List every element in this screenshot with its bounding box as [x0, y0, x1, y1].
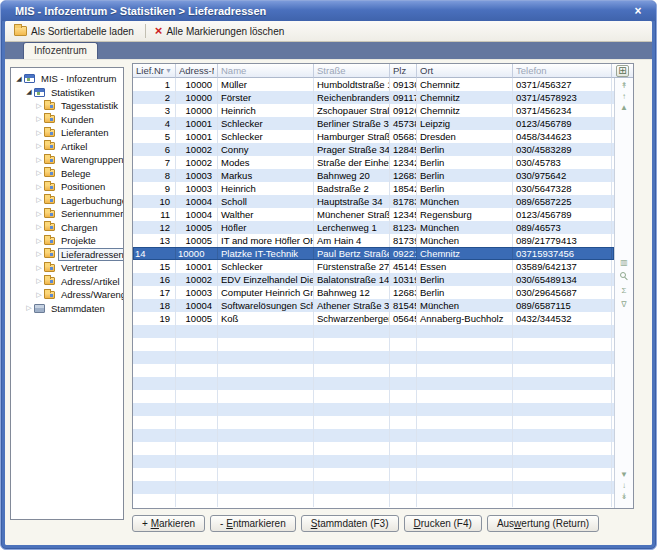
markieren-button[interactable]: + Markieren [132, 515, 205, 532]
stammdaten-button[interactable]: Stammdaten (F3) [301, 515, 399, 532]
toolbar-button-alle-markierungen-löschen[interactable]: ×Alle Markierungen löschen [150, 23, 291, 40]
expander-collapsed-icon[interactable]: ▷ [35, 223, 43, 231]
scroll-top-icon[interactable]: ↟ [615, 81, 633, 91]
table-row[interactable]: 710002ModesStraße der Einheit 3412342Ber… [133, 156, 614, 169]
column-header-telefon[interactable]: Telefon [513, 64, 612, 78]
column-header-plz[interactable]: Plz [390, 64, 417, 78]
tree-item-stammdaten[interactable]: ▷Stammdaten [11, 302, 123, 316]
toolbar-button-als-sortiertabelle-laden[interactable]: Als Sortiertabelle laden [9, 23, 141, 40]
tree-item-projekte[interactable]: ▷Projekte [11, 234, 123, 248]
column-header-name[interactable]: Name [218, 64, 314, 78]
cell-name: Koß [218, 312, 314, 325]
tree-item-label: Kunden [58, 113, 97, 126]
table-row[interactable]: 910003HeinrichBadstraße 218542Berlin030/… [133, 182, 614, 195]
column-header-straße[interactable]: Straße [314, 64, 390, 78]
column-header-ort[interactable]: Ort [417, 64, 513, 78]
table-row-selected[interactable]: 1410000Platzke IT-TechnikPaul Bertz Stra… [133, 247, 614, 260]
tree-item-lieferadressen[interactable]: ▷Lieferadressen [11, 248, 123, 262]
cell-plz: 05683 [390, 130, 417, 143]
tree-item-statistiken[interactable]: ◢Statistiken [11, 86, 123, 100]
cell-name [218, 351, 314, 364]
expander-collapsed-icon[interactable]: ▷ [35, 291, 43, 299]
cell-lief-nr: 1 [133, 78, 176, 91]
tree-item-lagerbuchungen[interactable]: ▷Lagerbuchungen [11, 194, 123, 208]
filter-icon[interactable]: ∇ [615, 300, 633, 310]
scroll-bottom-icon[interactable]: ↡ [615, 492, 633, 502]
tree-item-tagesstatistik[interactable]: ▷Tagesstatistik [11, 99, 123, 113]
expander-collapsed-icon[interactable]: ▷ [35, 183, 43, 191]
auswertung-button[interactable]: Auswertung (Return) [487, 515, 599, 532]
expander-collapsed-icon[interactable]: ▷ [25, 304, 33, 312]
tree-item-mis-infozentrum[interactable]: ◢MIS - Infozentrum [11, 72, 123, 86]
entmarkieren-button[interactable]: - Entmarkieren [210, 515, 296, 532]
expander-collapsed-icon[interactable]: ▷ [35, 102, 43, 110]
scroll-down-icon[interactable]: ↓ [615, 481, 633, 491]
cell-name: Schlecker [218, 130, 314, 143]
table-row[interactable]: 1910005KoßSchwarzenberger Straße05645Ann… [133, 312, 614, 325]
app-window-icon [34, 88, 45, 97]
cell-straße: Reichenbranderstraße 3 [314, 91, 390, 104]
column-header-adress-nr[interactable]: Adress-Nr. [176, 64, 218, 78]
tab-infozentrum[interactable]: Infozentrum [23, 42, 98, 59]
folder-icon [44, 223, 55, 231]
scroll-prev-icon[interactable]: ▲ [615, 103, 633, 113]
tree-item-adress-warengruppen[interactable]: ▷Adress/Warengruppen [11, 288, 123, 302]
table-row-empty [133, 377, 614, 390]
table-row[interactable]: 1810004Softwarelösungen Scholl GmbAthene… [133, 299, 614, 312]
table-row[interactable]: 1110004WaltherMünchener Straße 2312345Re… [133, 208, 614, 221]
expander-collapsed-icon[interactable]: ▷ [35, 277, 43, 285]
column-chooser-icon[interactable]: ⊞ [616, 65, 628, 77]
scroll-next-icon[interactable]: ▼ [615, 470, 633, 480]
tree-item-lieferanten[interactable]: ▷Lieferanten [11, 126, 123, 140]
table-row[interactable]: 810003MarkusBahnweg 2012683Berlin030/975… [133, 169, 614, 182]
cell-lief-nr: 8 [133, 169, 176, 182]
table-row[interactable]: 110000MüllerHumboldtstraße 1009130Chemni… [133, 78, 614, 91]
tree-item-vertreter[interactable]: ▷Vertreter [11, 261, 123, 275]
expander-collapsed-icon[interactable]: ▷ [35, 156, 43, 164]
tree-item-label: MIS - Infozentrum [38, 72, 120, 85]
tree-item-warengruppen[interactable]: ▷Warengruppen [11, 153, 123, 167]
close-button[interactable]: × [630, 4, 646, 18]
table-row[interactable]: 510001SchleckerHamburger Straße05683Dres… [133, 130, 614, 143]
cell-straße [314, 325, 390, 338]
tree-item-adress-artikel[interactable]: ▷Adress/Artikel [11, 275, 123, 289]
expander-collapsed-icon[interactable]: ▷ [35, 237, 43, 245]
expander-collapsed-icon[interactable]: ▷ [35, 196, 43, 204]
expander-collapsed-icon[interactable]: ▷ [35, 264, 43, 272]
table-row[interactable]: 310000HeinrichZschopauer Straße 28009126… [133, 104, 614, 117]
expander-expanded-icon[interactable]: ◢ [25, 88, 33, 96]
table-row[interactable]: 1610002EDV Einzelhandel Dietsch GmbBalat… [133, 273, 614, 286]
search-icon[interactable] [620, 272, 626, 278]
tree-item-kunden[interactable]: ▷Kunden [11, 113, 123, 127]
expander-collapsed-icon[interactable]: ▷ [35, 250, 43, 258]
table-row[interactable]: 410001SchleckerBerliner Straße 3445738Le… [133, 117, 614, 130]
expander-collapsed-icon[interactable]: ▷ [35, 169, 43, 177]
sum-icon[interactable]: Σ [615, 286, 633, 296]
expander-collapsed-icon[interactable]: ▷ [35, 210, 43, 218]
tree-item-chargen[interactable]: ▷Chargen [11, 221, 123, 235]
expander-collapsed-icon[interactable]: ▷ [35, 142, 43, 150]
table-row[interactable]: 210000FörsterReichenbranderstraße 309117… [133, 91, 614, 104]
expander-collapsed-icon[interactable]: ▷ [35, 115, 43, 123]
columns-icon[interactable]: ▥ [615, 258, 633, 268]
table-row[interactable]: 1210005HöflerLerchenweg 181234München089… [133, 221, 614, 234]
cell-straße: Zschopauer Straße 280 [314, 104, 390, 117]
table-row[interactable]: 1510001SchleckerFürstenstraße 2745145Ess… [133, 260, 614, 273]
tree-item-seriennummern[interactable]: ▷Seriennummern [11, 207, 123, 221]
table-row[interactable]: 1710003Computer Heinrich GmbHBahnweg 121… [133, 286, 614, 299]
expander-expanded-icon[interactable]: ◢ [15, 75, 23, 83]
folder-icon [44, 115, 55, 123]
expander-collapsed-icon[interactable]: ▷ [35, 129, 43, 137]
scroll-up-icon[interactable]: ↑ [615, 92, 633, 102]
tree-item-belege[interactable]: ▷Belege [11, 167, 123, 181]
table-row[interactable]: 1310005IT and more Höfler OHGAm Hain 481… [133, 234, 614, 247]
table-row[interactable]: 610002ConnyPrager Straße 3412845Berlin03… [133, 143, 614, 156]
table-row[interactable]: 1010004SchollHauptstraße 3481783München0… [133, 195, 614, 208]
cell-straße [314, 377, 390, 390]
cell-plz: 12342 [390, 156, 417, 169]
tree-item-artikel[interactable]: ▷Artikel [11, 140, 123, 154]
column-header-lief-nr[interactable]: Lief.Nr▼ [133, 64, 176, 78]
drucken-button[interactable]: Drucken (F4) [404, 515, 482, 532]
column-header-label: Adress-Nr. [179, 64, 214, 77]
tree-item-positionen[interactable]: ▷Positionen [11, 180, 123, 194]
